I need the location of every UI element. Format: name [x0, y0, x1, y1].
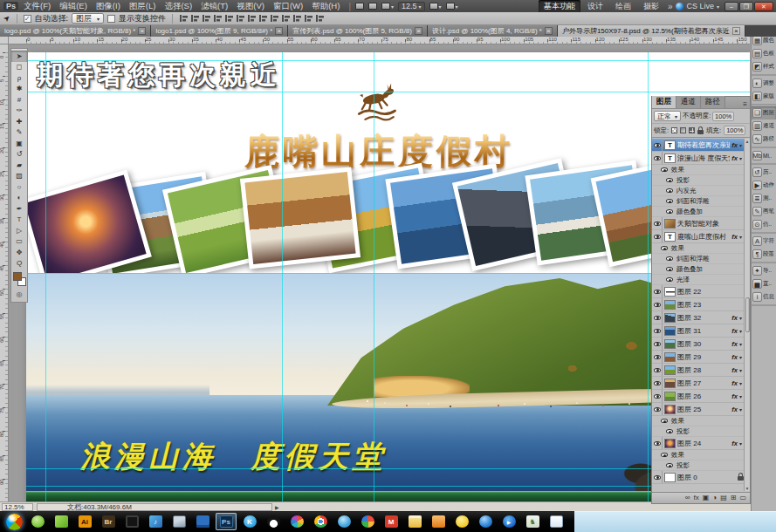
- spot-healing-brush-tool[interactable]: ✚: [11, 116, 27, 127]
- layer-row[interactable]: T鹿嘴山庄度假村fx▾: [652, 230, 744, 243]
- zoom-level-input[interactable]: 12.5▾: [398, 2, 425, 11]
- effect-row[interactable]: 光泽: [652, 275, 744, 285]
- distribute-top-icon[interactable]: [281, 14, 291, 23]
- visibility-toggle[interactable]: [652, 324, 663, 337]
- eyedropper-tool[interactable]: ✑: [11, 106, 27, 117]
- dock-item-measurement-log[interactable]: ≣测..: [752, 192, 776, 205]
- dock-item-info[interactable]: i信息: [752, 290, 776, 304]
- notepad-app[interactable]: [546, 513, 567, 530]
- tab-close-button[interactable]: ×: [415, 27, 422, 35]
- workspace-button-0[interactable]: 基本功能: [539, 0, 580, 13]
- taskbar-empty-area[interactable]: [574, 511, 776, 532]
- browser-360[interactable]: [333, 513, 354, 530]
- pen-tool[interactable]: ✒: [11, 203, 27, 215]
- dock-item-histogram[interactable]: ▅直..: [752, 277, 776, 290]
- link-layers-icon[interactable]: ∞: [685, 494, 690, 502]
- vertical-ruler[interactable]: 05101520253035404550556065707580859095: [0, 44, 9, 501]
- restaurant-interior-photo[interactable]: [240, 167, 361, 269]
- workspace-button-1[interactable]: 设计: [582, 0, 608, 13]
- lock-transparent-icon[interactable]: [671, 127, 677, 133]
- dock-item-swatches[interactable]: ▤色板: [752, 47, 776, 60]
- visibility-toggle[interactable]: [652, 437, 663, 449]
- layer-row[interactable]: 图层 29fx▾: [652, 351, 744, 364]
- remote-desktop-app[interactable]: [192, 513, 213, 530]
- bridge[interactable]: Br: [98, 513, 119, 530]
- zoom-tool[interactable]: Q: [11, 258, 27, 269]
- effects-header[interactable]: 效果: [652, 165, 744, 175]
- blur-tool[interactable]: ○: [11, 181, 27, 193]
- menu-item-layer[interactable]: 图层(L): [129, 1, 156, 12]
- layer-row[interactable]: 图层 31fx▾: [652, 324, 744, 338]
- effect-row[interactable]: 斜面和浮雕: [652, 196, 744, 207]
- start-button[interactable]: [3, 513, 24, 530]
- document-tab-3[interactable]: 设计.psd @ 100%(图层 4, RGB/8) *×: [428, 25, 558, 37]
- effects-header[interactable]: 效果: [652, 416, 744, 426]
- headline-text[interactable]: 期待著您再次親近: [37, 58, 281, 93]
- dock-item-character[interactable]: A字符: [752, 235, 776, 248]
- pinwheel-app[interactable]: [286, 513, 307, 530]
- scroll-down-icon[interactable]: ▼: [745, 486, 750, 491]
- align-bottom-icon[interactable]: [236, 14, 245, 23]
- beach-panorama-photo[interactable]: 浪漫山海 度假天堂: [26, 273, 750, 501]
- arrange-documents-button[interactable]: ▾: [429, 3, 442, 10]
- visibility-toggle[interactable]: [664, 186, 675, 195]
- illustrator[interactable]: Ai: [74, 513, 95, 530]
- tab-paths[interactable]: 路径: [701, 96, 725, 108]
- dock-item-channels[interactable]: ▥通道: [752, 119, 776, 133]
- rectangular-marquee-tool[interactable]: ◻: [11, 62, 27, 73]
- minimize-button[interactable]: –: [724, 2, 738, 11]
- yellow-bird-app[interactable]: [451, 513, 472, 530]
- rectangle-tool[interactable]: ▭: [11, 236, 27, 248]
- dock-item-paragraph[interactable]: ¶段落: [752, 248, 776, 261]
- panel-menu-icon[interactable]: ≡: [743, 100, 750, 108]
- close-button[interactable]: ✕: [754, 2, 773, 11]
- visibility-toggle[interactable]: [664, 196, 675, 206]
- visibility-toggle[interactable]: [659, 165, 670, 174]
- visibility-toggle[interactable]: [652, 364, 663, 376]
- effects-header[interactable]: 效果: [652, 450, 744, 460]
- brush-tool[interactable]: ✎: [11, 127, 27, 139]
- menu-item-image[interactable]: 图像(I): [96, 1, 120, 12]
- lock-position-icon[interactable]: [689, 127, 695, 133]
- effect-row[interactable]: 投影: [652, 460, 744, 471]
- tab-close-button[interactable]: ×: [275, 27, 283, 35]
- menu-item-select[interactable]: 选择(S): [164, 1, 192, 12]
- foreground-color[interactable]: [13, 272, 22, 281]
- layer-row[interactable]: 天鹅智能对象: [652, 217, 744, 230]
- menu-item-view[interactable]: 视图(V): [237, 1, 264, 12]
- visibility-toggle[interactable]: [652, 311, 663, 324]
- visibility-toggle[interactable]: [664, 275, 675, 284]
- effects-header[interactable]: 效果: [652, 243, 744, 254]
- layer-row[interactable]: 图层 23: [652, 298, 744, 311]
- dock-item-history[interactable]: ↺历..: [752, 166, 776, 179]
- move-tool[interactable]: ➤: [11, 51, 27, 62]
- effect-row[interactable]: 投影: [652, 426, 744, 437]
- tab-close-button[interactable]: ×: [545, 27, 553, 35]
- document-tab-4[interactable]: 户外导示牌150X97-8.psd @ 12.5%(期待着您再次亲近, RGB/…: [558, 25, 745, 37]
- distribute-left-icon[interactable]: [247, 14, 257, 23]
- mini-bridge-button[interactable]: [368, 3, 377, 10]
- visibility-toggle[interactable]: [659, 243, 670, 253]
- layer-group-icon[interactable]: ▤: [720, 494, 727, 502]
- hand-tool[interactable]: ✥: [11, 247, 27, 258]
- layer-row[interactable]: 图层 0: [652, 471, 744, 484]
- layer-row[interactable]: 图层 27fx▾: [652, 377, 744, 390]
- menu-item-window[interactable]: 窗口(W): [273, 1, 303, 12]
- quick-mask-button[interactable]: ◎: [11, 290, 27, 299]
- sogou-browser[interactable]: [357, 513, 378, 530]
- deer-logo[interactable]: [353, 82, 400, 124]
- visibility-toggle[interactable]: [652, 217, 663, 229]
- visibility-toggle[interactable]: [664, 460, 675, 470]
- horse-app[interactable]: ♞: [522, 513, 543, 530]
- layers-scrollbar[interactable]: ▲ ▼: [744, 139, 750, 491]
- scrollbar-thumb[interactable]: [745, 297, 750, 332]
- photo-viewer[interactable]: [168, 513, 189, 530]
- layer-row[interactable]: 图层 32fx▾: [652, 311, 744, 324]
- distribute-bottom-icon[interactable]: [304, 14, 313, 23]
- effect-row[interactable]: 颜色叠加: [652, 207, 744, 217]
- visibility-toggle[interactable]: [652, 471, 663, 483]
- auto-align-layers-icon[interactable]: [315, 14, 325, 23]
- dock-item-mini-bridge[interactable]: MbMi..: [752, 149, 776, 162]
- layer-row[interactable]: 图层 22: [652, 285, 744, 298]
- photoshop[interactable]: Ps: [216, 513, 237, 530]
